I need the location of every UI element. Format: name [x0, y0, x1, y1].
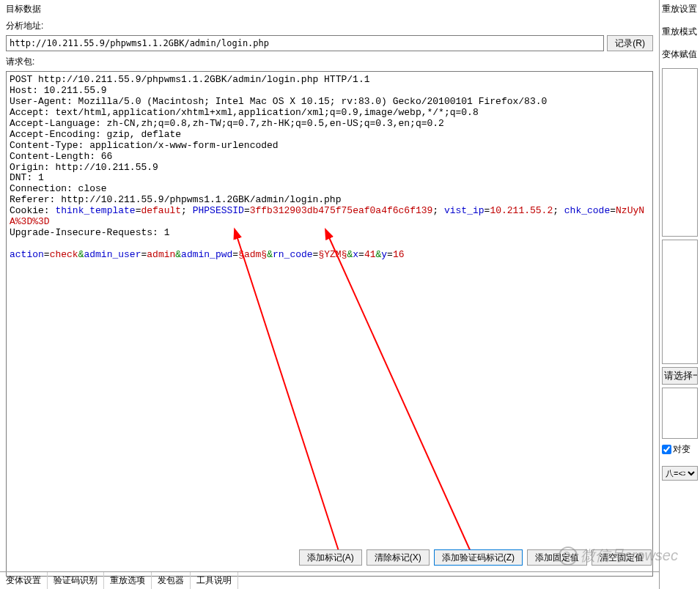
add-fixed-button[interactable]: 添加固定值: [527, 549, 587, 566]
target-data-label: 目标数据: [0, 0, 659, 17]
please-select-button[interactable]: 请选择一: [662, 367, 698, 385]
checkbox-var[interactable]: 对变: [662, 443, 699, 456]
tab-tool-help[interactable]: 工具说明: [191, 572, 238, 589]
tab-replay-options[interactable]: 重放选项: [104, 572, 152, 589]
tab-variant-settings[interactable]: 变体设置: [0, 572, 48, 589]
right-select[interactable]: 八=<>§: [662, 466, 698, 481]
clear-mark-button[interactable]: 清除标记(X): [366, 549, 430, 566]
request-textarea[interactable]: POST http://10.211.55.9/phpwms1.1.2GBK/a…: [6, 71, 653, 577]
add-captcha-mark-button[interactable]: 添加验证码标记(Z): [434, 549, 523, 566]
request-package-label: 请求包:: [0, 54, 659, 70]
analyze-address-input[interactable]: [6, 35, 604, 51]
right-list-3[interactable]: [662, 388, 698, 439]
analyze-address-label: 分析地址:: [0, 17, 659, 34]
right-panel: 重放设置 重放模式 变体赋值 请选择一 对变 八=<>§: [660, 0, 700, 589]
right-list-2[interactable]: [662, 240, 698, 364]
tab-captcha-recognition[interactable]: 验证码识别: [48, 572, 104, 589]
bottom-tabs: 变体设置 验证码识别 重放选项 发包器 工具说明: [0, 571, 659, 589]
body-assign-label: 变体赋值: [662, 48, 699, 61]
replay-settings-label: 重放设置: [662, 3, 699, 15]
record-button[interactable]: 记录(R): [607, 35, 653, 51]
add-mark-button[interactable]: 添加标记(A): [299, 549, 362, 566]
clear-fixed-button[interactable]: 清空固定值: [592, 549, 652, 566]
checkbox-var-input[interactable]: [662, 445, 671, 454]
replay-mode-label: 重放模式: [662, 26, 699, 38]
tab-packet-sender[interactable]: 发包器: [152, 572, 191, 589]
right-list-1[interactable]: [662, 68, 698, 237]
